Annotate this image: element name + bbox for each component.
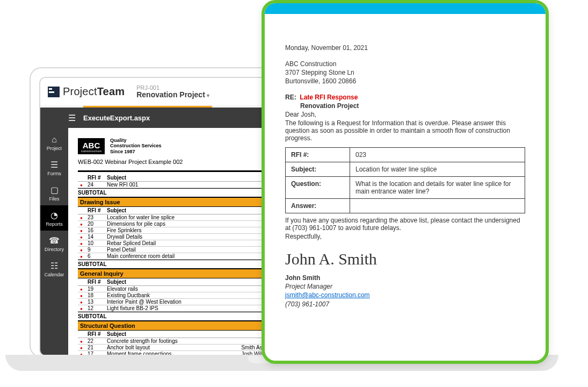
letter-salutation: Dear Josh,: [285, 111, 525, 118]
sidebar-item-label: Project: [47, 146, 62, 151]
projectteam-logo-icon: [48, 87, 60, 97]
calendar-icon: ☷: [40, 261, 68, 271]
signer-name: John Smith: [285, 274, 525, 282]
signer-phone: (703) 961-1007: [285, 300, 329, 308]
sidebar-item-label: Files: [49, 196, 59, 202]
chevron-down-icon: ▾: [207, 92, 209, 98]
home-icon: ⌂: [40, 135, 68, 145]
sidebar-item-reports[interactable]: ◔Reports: [40, 205, 68, 231]
sidebar-item-files[interactable]: ▢Files: [40, 180, 68, 205]
letter-re: RE: Late RFI Response Renovation Project: [285, 94, 525, 110]
sidebar-item-label: Calendar: [45, 272, 64, 277]
sidebar-item-label: Directory: [45, 247, 64, 252]
card-accent-bar: [265, 3, 546, 14]
letterhead-text: Quality Construction Services Since 1987: [110, 138, 162, 154]
letter-date: Monday, November 01, 2021: [285, 44, 525, 52]
hamburger-icon[interactable]: ☰: [68, 113, 76, 123]
overlay-letter-card: Monday, November 01, 2021 ABC Constructi…: [262, 0, 549, 364]
document-icon: ☰: [40, 160, 68, 170]
letter-closing: Respectfully,: [285, 233, 525, 240]
letter-paragraph-1: The following is a Request for Informati…: [285, 119, 525, 142]
letter-signature: John A. Smith John Smith Project Manager…: [285, 250, 525, 309]
signer-email[interactable]: jsmith@abc-construction.com: [285, 291, 370, 299]
sidebar-item-calendar[interactable]: ☷Calendar: [40, 256, 68, 281]
brand-name: ProjectTeam: [63, 85, 125, 98]
gauge-icon: ◔: [40, 210, 68, 220]
report-file-name: ExecuteExport.aspx: [83, 114, 150, 122]
sidebar: ⌂Project ☰Forms ▢Files ◔Reports ☎Directo…: [40, 128, 68, 355]
project-name: Renovation Project: [136, 90, 205, 99]
contacts-icon: ☎: [40, 235, 68, 246]
project-selector[interactable]: PRJ-001 Renovation Project▾: [136, 84, 209, 99]
sidebar-item-label: Reports: [46, 221, 63, 227]
letter-kv-table: RFI #:023 Subject:Location for water lin…: [285, 147, 525, 213]
signer-title: Project Manager: [285, 283, 332, 290]
sidebar-item-label: Forms: [47, 171, 61, 176]
sidebar-item-project[interactable]: ⌂Project: [40, 130, 68, 155]
signature-script: John A. Smith: [285, 250, 525, 268]
letter-address: ABC Construction 3707 Stepping Stone Ln …: [285, 60, 525, 85]
abc-logo: ABC construction: [78, 138, 105, 154]
sidebar-item-directory[interactable]: ☎Directory: [40, 231, 68, 256]
sidebar-item-forms[interactable]: ☰Forms: [40, 155, 68, 180]
letter-paragraph-2: If you have any questions regarding the …: [285, 217, 525, 232]
folder-icon: ▢: [40, 185, 68, 195]
